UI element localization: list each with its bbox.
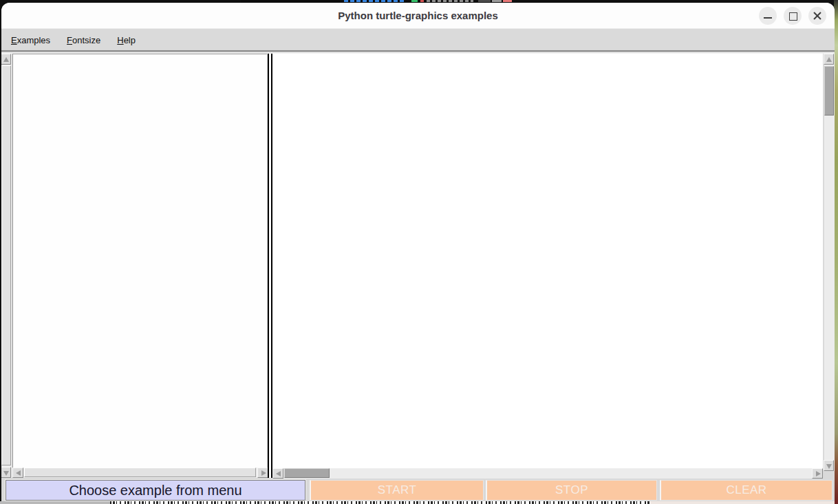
status-message: Choose example from menu [6,480,305,501]
background-sliver-segment [478,0,491,2]
canvas-hscroll-thumb[interactable] [284,468,330,478]
close-icon[interactable] [808,7,826,25]
scroll-up-arrow-icon[interactable] [1,54,11,65]
minimize-icon[interactable] [759,7,777,25]
desktop: { "titlebar": { "title": "Python turtle-… [0,0,838,504]
titlebar[interactable]: Python turtle-graphics examples [1,3,835,29]
scroll-right-arrow-icon[interactable] [812,468,823,479]
turtledemo-window: Python turtle-graphics examples Examples… [1,3,835,501]
code-viewer[interactable] [12,54,267,468]
maximize-icon[interactable] [784,7,802,25]
background-window-sliver-bottom [0,501,835,504]
code-hscroll-thumb[interactable] [24,468,256,477]
background-sliver-segment [427,0,473,2]
code-vertical-scrollbar[interactable] [1,54,12,478]
background-sliver-segment [411,0,418,2]
start-button[interactable]: START [310,480,484,501]
scroll-left-arrow-icon[interactable] [12,468,23,478]
background-sliver-segment [492,0,502,2]
menubar: Examples Fontsize Help [1,30,835,50]
scroll-right-arrow-icon[interactable] [257,468,268,478]
canvas-vscroll-thumb[interactable] [824,66,834,116]
background-sliver-segment [344,0,406,2]
stop-button[interactable]: STOP [486,480,657,501]
code-horizontal-scrollbar[interactable] [12,468,268,478]
scroll-down-arrow-icon[interactable] [824,460,834,471]
menu-help[interactable]: Help [114,33,138,47]
background-sliver-segment [420,0,424,2]
background-sliver-segment [0,501,110,504]
scroll-up-arrow-icon[interactable] [824,54,834,65]
window-title: Python turtle-graphics examples [1,3,835,29]
background-sliver-text [110,501,650,504]
clear-button[interactable]: CLEAR [660,480,832,501]
menu-fontsize[interactable]: Fontsize [64,33,103,47]
code-vscroll-thumb[interactable] [1,65,11,465]
background-sliver-segment [503,0,512,2]
turtle-canvas [272,54,823,468]
panel-divider[interactable] [268,54,272,478]
canvas-horizontal-scrollbar[interactable] [272,468,823,479]
scroll-left-arrow-icon[interactable] [272,468,283,479]
scroll-down-arrow-icon[interactable] [1,467,11,478]
window-controls [759,7,826,25]
menu-examples[interactable]: Examples [8,33,53,47]
canvas-vertical-scrollbar[interactable] [824,54,835,471]
